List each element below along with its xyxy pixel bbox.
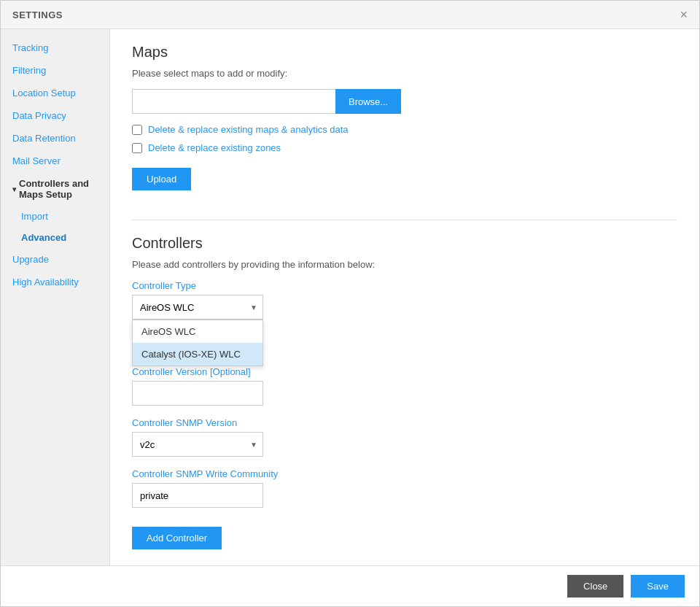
controller-version-input[interactable]: [132, 381, 263, 406]
controller-type-group: Controller Type AireOS WLC Catalyst (IOS…: [132, 280, 677, 320]
section-divider: [132, 220, 677, 220]
modal-header: SETTINGS ×: [1, 1, 699, 29]
file-input-row: Browse...: [132, 89, 677, 114]
controller-snmp-version-group: Controller SNMP Version v2c ▼: [132, 417, 677, 457]
main-content: Maps Please select maps to add or modify…: [110, 29, 699, 565]
sidebar-item-tracking[interactable]: Tracking: [1, 36, 109, 59]
sidebar-item-upgrade[interactable]: Upgrade: [1, 248, 109, 271]
snmp-write-input[interactable]: private: [132, 483, 263, 508]
controller-version-group: Controller Version [Optional]: [132, 366, 677, 406]
controller-type-dropdown-menu: AireOS WLC Catalyst (IOS-XE) WLC: [132, 320, 263, 366]
maps-section-desc: Please select maps to add or modify:: [132, 68, 677, 79]
sidebar-item-data-privacy[interactable]: Data Privacy: [1, 104, 109, 127]
snmp-version-dropdown-wrapper: v2c ▼: [132, 432, 263, 457]
save-button[interactable]: Save: [631, 575, 685, 598]
sidebar-sub-item-import[interactable]: Import: [1, 206, 109, 227]
sidebar-item-controllers-maps[interactable]: ▾ Controllers and Maps Setup: [1, 172, 109, 206]
add-controller-button[interactable]: Add Controller: [132, 527, 222, 549]
modal-footer: Close Save: [1, 565, 699, 606]
checkbox-row-maps: Delete & replace existing maps & analyti…: [132, 124, 677, 135]
controllers-section-desc: Please add controllers by providing the …: [132, 259, 677, 270]
delete-replace-zones-checkbox[interactable]: [132, 143, 142, 153]
modal-title: SETTINGS: [12, 9, 63, 20]
dropdown-option-catalyst-ios-xe-wlc[interactable]: Catalyst (IOS-XE) WLC: [133, 343, 262, 366]
sidebar: Tracking Filtering Location Setup Data P…: [1, 29, 110, 565]
controller-type-dropdown-wrapper: AireOS WLC Catalyst (IOS-XE) WLC ▼ AireO…: [132, 295, 263, 320]
controller-snmp-write-group: Controller SNMP Write Community private: [132, 468, 677, 508]
sidebar-item-controllers-maps-label: Controllers and Maps Setup: [19, 178, 98, 200]
delete-replace-zones-label[interactable]: Delete & replace existing zones: [148, 142, 281, 153]
sidebar-item-location-setup[interactable]: Location Setup: [1, 82, 109, 104]
snmp-version-select[interactable]: v2c: [132, 432, 263, 457]
file-text-input[interactable]: [132, 89, 336, 114]
chevron-down-icon: ▾: [12, 185, 16, 193]
settings-modal: SETTINGS × Tracking Filtering Location S…: [0, 0, 700, 607]
controller-type-select[interactable]: AireOS WLC Catalyst (IOS-XE) WLC: [132, 295, 263, 320]
controller-version-label: Controller Version [Optional]: [132, 366, 677, 377]
sidebar-item-high-availability[interactable]: High Availability: [1, 271, 109, 293]
controller-type-row: AireOS WLC Catalyst (IOS-XE) WLC ▼ AireO…: [132, 295, 677, 320]
browse-button[interactable]: Browse...: [335, 89, 401, 114]
controller-snmp-version-label: Controller SNMP Version: [132, 417, 677, 428]
controller-snmp-write-label: Controller SNMP Write Community: [132, 468, 677, 479]
upload-button[interactable]: Upload: [132, 168, 191, 190]
sidebar-item-data-retention[interactable]: Data Retention: [1, 127, 109, 150]
modal-body: Tracking Filtering Location Setup Data P…: [1, 29, 699, 565]
delete-replace-maps-checkbox[interactable]: [132, 125, 142, 135]
controller-type-label: Controller Type: [132, 280, 677, 291]
modal-close-button[interactable]: ×: [680, 8, 688, 21]
sidebar-item-mail-server[interactable]: Mail Server: [1, 150, 109, 172]
maps-section-title: Maps: [132, 44, 677, 61]
checkbox-row-zones: Delete & replace existing zones: [132, 142, 677, 153]
sidebar-item-filtering[interactable]: Filtering: [1, 59, 109, 82]
dropdown-option-aireos-wlc[interactable]: AireOS WLC: [133, 320, 262, 343]
delete-replace-maps-label[interactable]: Delete & replace existing maps & analyti…: [148, 124, 349, 135]
controllers-section-title: Controllers: [132, 235, 677, 252]
sidebar-sub-item-advanced[interactable]: Advanced: [1, 227, 109, 248]
close-button[interactable]: Close: [567, 575, 623, 598]
